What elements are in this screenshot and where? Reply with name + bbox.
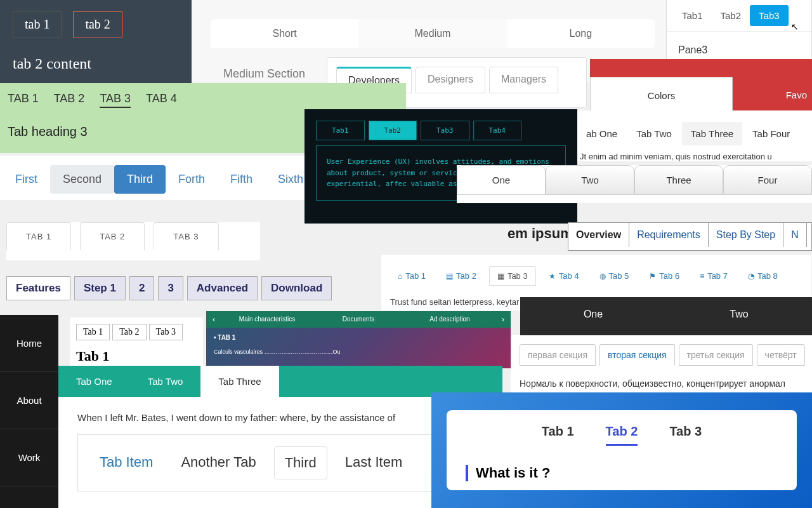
tab-section-1[interactable]: первая секция: [520, 344, 596, 366]
tab-row: TAB 1 TAB 2 TAB 3: [6, 222, 260, 250]
tab-four[interactable]: Four: [723, 165, 812, 195]
tab-three[interactable]: Tab Three: [200, 366, 278, 397]
tab-four[interactable]: Tab Four: [743, 122, 799, 145]
tab-forth[interactable]: Forth: [166, 165, 218, 194]
tab-1[interactable]: tab 1: [13, 11, 62, 37]
tab-2[interactable]: Tab2: [712, 5, 750, 26]
tab-3[interactable]: TAB 3: [100, 92, 131, 108]
tab-8[interactable]: ◔Tab 8: [740, 266, 785, 286]
tab-documents[interactable]: Documents: [313, 311, 404, 328]
sidebar-item-work[interactable]: Work: [0, 429, 58, 486]
tab-download[interactable]: Download: [261, 276, 332, 300]
tab-one[interactable]: One: [457, 165, 546, 195]
tab-short[interactable]: Short: [211, 19, 358, 48]
tab-n[interactable]: N: [783, 223, 807, 247]
tab-two[interactable]: Tab Two: [627, 122, 681, 145]
tab-4[interactable]: ★Tab 4: [541, 266, 587, 286]
tab-step-by-step[interactable]: Step By Step: [709, 223, 783, 247]
panel-russian-tabs: первая секция вторая секция третья секци…: [511, 335, 812, 392]
subtab-third[interactable]: Third: [274, 446, 327, 479]
tab-7[interactable]: ≡Tab 7: [692, 266, 735, 286]
tab-2[interactable]: TAB 2: [54, 92, 85, 108]
tab-advanced[interactable]: Advanced: [187, 276, 258, 300]
tab-colors[interactable]: Colors: [590, 77, 733, 114]
tab-third[interactable]: Third: [114, 165, 166, 194]
panel-carousel-tabs: ‹ Main characteristics Documents Ad desc…: [206, 311, 511, 368]
chevron-left-icon[interactable]: ‹: [206, 311, 221, 328]
tab-ad[interactable]: Ad description: [404, 311, 495, 328]
tab-1[interactable]: TAB 1: [8, 92, 39, 108]
subtab-item[interactable]: Tab Item: [89, 446, 163, 479]
tab-designers[interactable]: Designers: [416, 67, 485, 93]
sidebar-item-about[interactable]: About: [0, 372, 58, 429]
tab-section-3[interactable]: третья секция: [679, 344, 753, 366]
tab-3[interactable]: Tab 3: [669, 424, 702, 446]
tab-one[interactable]: ab One: [577, 122, 626, 145]
tab-label: Tab 5: [609, 271, 629, 281]
nested-tab-row: Tab Item Another Tab Third Last Item: [77, 434, 483, 491]
tab-two[interactable]: Two: [666, 297, 812, 331]
tab-first[interactable]: First: [3, 165, 50, 194]
tab-overview[interactable]: Overview: [568, 223, 629, 247]
tab-row: Tab 1 Tab 2 Tab 3: [466, 424, 778, 446]
tab-step3[interactable]: 3: [158, 276, 183, 300]
tab-main[interactable]: Main characteristics: [221, 311, 313, 328]
tab-managers[interactable]: Managers: [489, 67, 558, 93]
tab-section-4[interactable]: четвёрт: [757, 344, 805, 366]
tab-row: ab One Tab Two Tab Three Tab Four: [577, 122, 812, 145]
tab-1[interactable]: TAB 1: [6, 222, 71, 250]
tab-row: TAB 1 TAB 2 TAB 3 TAB 4: [8, 92, 398, 108]
chevron-right-icon[interactable]: ›: [495, 311, 511, 328]
panel-folder-tabs: One Two Three Four: [457, 165, 812, 203]
tab-step2[interactable]: 2: [129, 276, 154, 300]
tab-4[interactable]: TAB 4: [146, 92, 177, 108]
tab-one[interactable]: Tab One: [58, 366, 130, 397]
tab-3[interactable]: TAB 3: [154, 222, 218, 250]
tab-requirements[interactable]: Requirements: [629, 223, 709, 247]
tab-three[interactable]: Three: [634, 165, 723, 195]
tab-one[interactable]: One: [520, 297, 666, 331]
tab-1[interactable]: Tab1: [673, 5, 712, 26]
tab-fifth[interactable]: Fifth: [218, 165, 265, 194]
tab-two[interactable]: Two: [546, 165, 634, 195]
panel-pill-tabs: First Second Third Forth Fifth Sixth: [0, 156, 304, 200]
tab-content: tab 2 content: [13, 55, 179, 72]
tab-row: Features Step 1 2 3 Advanced Download: [6, 276, 362, 300]
tab-3[interactable]: Tab 3: [149, 324, 183, 340]
tab-second[interactable]: Second: [50, 165, 114, 194]
tab-1[interactable]: ⌂Tab 1: [390, 266, 433, 286]
tab-label: Tab 2: [456, 271, 476, 281]
sidebar-item-home[interactable]: Home: [0, 315, 58, 372]
tab-features[interactable]: Features: [6, 276, 70, 300]
tab-1[interactable]: Tab 1: [542, 424, 574, 446]
tab-2[interactable]: ▤Tab 2: [438, 266, 484, 286]
tab-two[interactable]: Tab Two: [130, 366, 201, 397]
tab-1[interactable]: Tab1: [316, 121, 365, 140]
tab-row: First Second Third Forth Fifth Sixth: [3, 165, 304, 194]
tab-3[interactable]: Tab3: [421, 121, 469, 140]
tab-long[interactable]: Long: [507, 19, 655, 48]
tab-section-2[interactable]: вторая секция: [599, 344, 675, 366]
tab-4[interactable]: Tab4: [473, 121, 522, 140]
tab-6[interactable]: ⚑Tab 6: [641, 266, 687, 286]
tab-1[interactable]: Tab 1: [76, 324, 110, 340]
tab-favorites[interactable]: Favo: [786, 90, 807, 100]
subtab-last[interactable]: Last Item: [335, 446, 412, 479]
tab-2[interactable]: TAB 2: [80, 222, 145, 250]
content-heading: What is it ?: [466, 465, 778, 481]
tab-three[interactable]: Tab Three: [682, 122, 742, 145]
tab-medium[interactable]: Medium: [358, 19, 506, 48]
tab-2[interactable]: Tab2: [369, 121, 417, 140]
tab-3[interactable]: Tab3: [750, 5, 789, 26]
tab-3[interactable]: ▦Tab 3: [489, 266, 536, 286]
tab-row: ‹ Main characteristics Documents Ad desc…: [206, 311, 511, 328]
tab-5[interactable]: ◍Tab 5: [592, 266, 637, 286]
panel-word-tabs: ab One Tab Two Tab Three Tab Four Jt eni…: [577, 110, 812, 161]
tab-2[interactable]: tab 2: [73, 11, 122, 37]
tab-2[interactable]: Tab 2: [606, 424, 638, 446]
tab-sixth[interactable]: Sixth: [265, 165, 316, 194]
subtab-another[interactable]: Another Tab: [171, 446, 266, 479]
panel-simple-outline-tabs: TAB 1 TAB 2 TAB 3: [6, 222, 260, 260]
tab-step1[interactable]: Step 1: [74, 276, 126, 300]
tab-2[interactable]: Tab 2: [112, 324, 146, 340]
